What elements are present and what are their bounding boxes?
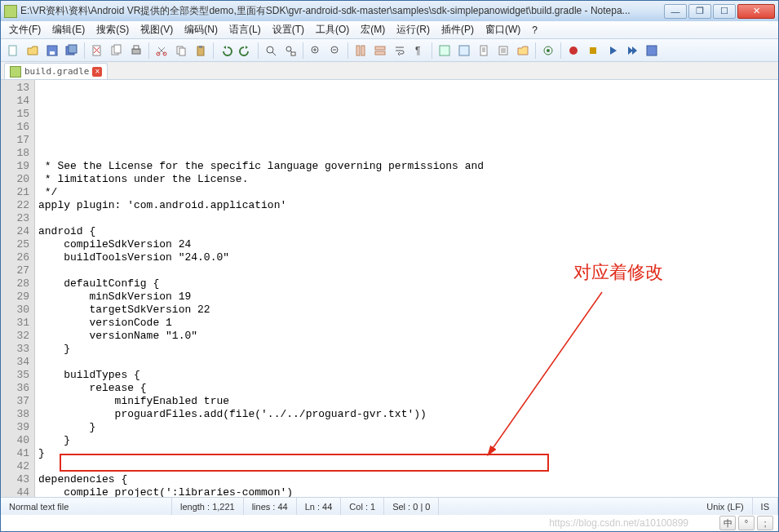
save-icon[interactable] xyxy=(43,42,61,60)
copy-icon[interactable] xyxy=(172,42,190,60)
save-macro-icon[interactable] xyxy=(643,42,661,60)
ime-full-button[interactable]: ; xyxy=(757,516,773,530)
code-line[interactable]: minifyEnabled true xyxy=(38,395,775,408)
code-line[interactable]: release { xyxy=(38,382,775,395)
svg-rect-24 xyxy=(375,51,385,55)
code-line[interactable]: } xyxy=(38,434,775,447)
code-line[interactable]: versionCode 1 xyxy=(38,317,775,330)
restore-button[interactable]: ❐ xyxy=(688,4,711,19)
ime-bar: 中 ° ; xyxy=(719,516,773,530)
func-list-icon[interactable] xyxy=(494,42,512,60)
file-icon xyxy=(10,66,21,78)
status-ins: IS xyxy=(753,498,778,515)
code-line[interactable] xyxy=(38,356,775,369)
ime-punct-button[interactable]: ° xyxy=(738,516,755,530)
print-icon[interactable] xyxy=(127,42,145,60)
zoom-in-icon[interactable] xyxy=(307,42,325,60)
code-line[interactable]: minSdkVersion 19 xyxy=(38,290,775,304)
code-line[interactable]: proguardFiles.add(file('../../proguard-g… xyxy=(38,408,775,421)
sync-h-icon[interactable] xyxy=(371,42,389,60)
menu-settings[interactable]: 设置(T) xyxy=(268,21,309,38)
line-number: 41 xyxy=(2,447,29,460)
menu-language[interactable]: 语言(L) xyxy=(224,21,266,38)
menu-search[interactable]: 搜索(S) xyxy=(91,21,134,38)
code-line[interactable]: } xyxy=(38,343,775,356)
code-line[interactable]: versionName "1.0" xyxy=(38,330,775,343)
menu-tools[interactable]: 工具(O) xyxy=(311,21,354,38)
save-all-icon[interactable] xyxy=(63,42,81,60)
code-line[interactable]: defaultConfig { xyxy=(38,277,775,290)
show-chars-icon[interactable]: ¶ xyxy=(410,42,428,60)
cut-icon[interactable] xyxy=(153,42,170,60)
code-line[interactable]: } xyxy=(38,421,775,434)
svg-rect-28 xyxy=(480,46,487,55)
code-line[interactable]: compile project(':libraries-common') xyxy=(38,486,775,497)
code-editor[interactable]: 1314151617181920212223242526272829303132… xyxy=(1,80,778,497)
open-file-icon[interactable] xyxy=(24,42,42,60)
maximize-button[interactable]: ☐ xyxy=(713,4,736,19)
ime-lang-button[interactable]: 中 xyxy=(719,516,736,530)
play-multi-icon[interactable] xyxy=(623,42,641,60)
line-number: 38 xyxy=(2,408,29,421)
app-window: E:\VR资料\资料\Android VR提供的全部类型demo,里面有SDK\… xyxy=(0,0,779,532)
menu-window[interactable]: 窗口(W) xyxy=(480,21,525,38)
svg-rect-26 xyxy=(440,46,449,55)
menu-help[interactable]: ? xyxy=(527,23,542,38)
replace-icon[interactable] xyxy=(281,42,299,60)
code-line[interactable] xyxy=(38,212,775,225)
line-number: 28 xyxy=(2,277,29,290)
svg-point-16 xyxy=(267,47,273,53)
code-line[interactable]: compileSdkVersion 24 xyxy=(38,238,775,251)
play-icon[interactable] xyxy=(604,42,622,60)
record-icon[interactable] xyxy=(564,42,582,60)
code-line[interactable]: buildToolsVersion "24.0.0" xyxy=(38,251,775,264)
code-line[interactable]: */ xyxy=(38,186,775,199)
svg-rect-18 xyxy=(291,52,295,55)
folder-icon[interactable] xyxy=(514,42,532,60)
tab-close-icon[interactable]: × xyxy=(92,67,102,77)
close-all-icon[interactable] xyxy=(108,42,126,60)
sync-v-icon[interactable] xyxy=(352,42,370,60)
code-line[interactable]: buildTypes { xyxy=(38,369,775,382)
redo-icon[interactable] xyxy=(237,42,255,60)
tab-build-gradle[interactable]: build.gradle × xyxy=(4,63,108,79)
stop-icon[interactable] xyxy=(584,42,602,60)
toolbar-separator xyxy=(84,42,85,59)
code-line[interactable]: * See the License for the specific langu… xyxy=(38,160,775,173)
status-eol: Unix (LF) xyxy=(698,498,752,515)
wrap-icon[interactable] xyxy=(391,42,409,60)
code-line[interactable]: targetSdkVersion 22 xyxy=(38,304,775,317)
menu-macro[interactable]: 宏(M) xyxy=(356,21,390,38)
close-button[interactable]: ✕ xyxy=(737,4,775,19)
code-line[interactable]: * limitations under the License. xyxy=(38,173,775,186)
indent-guide-icon[interactable] xyxy=(436,42,454,60)
doc-map-icon[interactable] xyxy=(475,42,493,60)
line-number: 26 xyxy=(2,251,29,264)
paste-icon[interactable] xyxy=(192,42,210,60)
code-line[interactable]: android { xyxy=(38,225,775,238)
code-area[interactable]: 对应着修改 * See the License for the specific… xyxy=(35,80,778,497)
close-file-icon[interactable] xyxy=(88,42,106,60)
title-bar[interactable]: E:\VR资料\资料\Android VR提供的全部类型demo,里面有SDK\… xyxy=(1,1,778,21)
undo-icon[interactable] xyxy=(217,42,235,60)
svg-rect-7 xyxy=(114,45,121,53)
line-number-gutter: 1314151617181920212223242526272829303132… xyxy=(1,80,35,497)
monitor-icon[interactable] xyxy=(539,42,557,60)
code-line[interactable] xyxy=(38,264,775,277)
find-icon[interactable] xyxy=(262,42,280,60)
menu-view[interactable]: 视图(V) xyxy=(135,21,178,38)
menu-file[interactable]: 文件(F) xyxy=(4,21,46,38)
menu-run[interactable]: 运行(R) xyxy=(392,21,435,38)
code-line[interactable]: apply plugin: 'com.android.application' xyxy=(38,199,775,212)
line-number: 40 xyxy=(2,434,29,447)
line-number: 16 xyxy=(2,121,29,134)
minimize-button[interactable]: — xyxy=(664,4,687,19)
new-file-icon[interactable] xyxy=(4,42,22,60)
menu-encoding[interactable]: 编码(N) xyxy=(179,21,223,38)
zoom-out-icon[interactable] xyxy=(326,42,344,60)
menu-edit[interactable]: 编辑(E) xyxy=(47,21,90,38)
lang-icon[interactable] xyxy=(455,42,473,60)
menu-plugins[interactable]: 插件(P) xyxy=(436,21,479,38)
code-line[interactable]: dependencies { xyxy=(38,473,775,486)
toolbar-separator xyxy=(535,42,536,59)
